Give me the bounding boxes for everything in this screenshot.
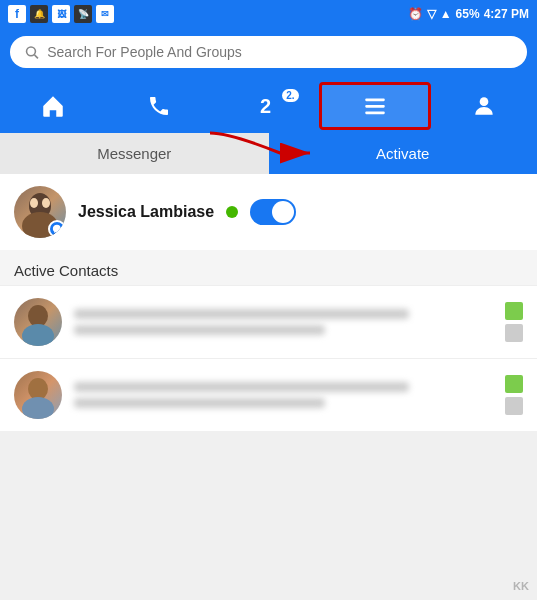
blurred-avatar-1 [14, 298, 62, 346]
svg-point-0 [27, 47, 36, 56]
blurred-avatar-2 [14, 371, 62, 419]
nav-item-calls[interactable] [106, 86, 212, 126]
search-input[interactable] [47, 44, 513, 60]
main-contact-row: Jessica Lambiase [0, 174, 537, 250]
search-wrapper[interactable] [10, 36, 527, 68]
facebook-icon: f [8, 5, 26, 23]
gray-status-2 [505, 397, 523, 415]
phone-icon [147, 94, 171, 118]
contact-name: Jessica Lambiase [78, 203, 214, 221]
status-bar: f 🔔 🖼 📡 ✉ ⏰ ▽ ▲ 65% 4:27 PM [0, 0, 537, 28]
list-icon [362, 93, 388, 119]
nav-item-profile[interactable] [431, 85, 537, 127]
time-display: 4:27 PM [484, 7, 529, 21]
toggle-knob [272, 201, 294, 223]
messenger-badge [48, 220, 66, 238]
contact-avatar [14, 186, 66, 238]
battery-level: 65% [456, 7, 480, 21]
notification-icon: 🔔 [30, 5, 48, 23]
nav-item-groups[interactable]: 2 2. [212, 87, 318, 126]
gray-status-1 [505, 324, 523, 342]
groups-icon: 2 [260, 95, 271, 118]
svg-point-14 [22, 397, 54, 419]
groups-badge: 2. [282, 89, 298, 102]
blurred-info-1 [74, 309, 493, 335]
blurred-avatar-img-2 [14, 371, 62, 419]
nav-item-home[interactable] [0, 85, 106, 127]
search-icon [24, 44, 39, 60]
email-icon: ✉ [96, 5, 114, 23]
svg-point-5 [480, 97, 489, 106]
signal-icon: ▲ [440, 7, 452, 21]
home-icon [40, 93, 66, 119]
contact-toggle[interactable] [250, 199, 296, 225]
green-status-2 [505, 375, 523, 393]
profile-icon [471, 93, 497, 119]
blurred-right-1 [505, 302, 523, 342]
svg-point-11 [28, 305, 48, 327]
svg-point-10 [42, 198, 50, 208]
svg-point-12 [22, 324, 54, 346]
status-right: ⏰ ▽ ▲ 65% 4:27 PM [408, 7, 529, 21]
watermark: KK [513, 580, 529, 592]
blurred-info-2 [74, 382, 493, 408]
svg-line-1 [34, 55, 37, 58]
svg-point-9 [30, 198, 38, 208]
blurred-contact-1 [0, 285, 537, 358]
status-icons: f 🔔 🖼 📡 ✉ [8, 5, 114, 23]
red-arrow-icon [200, 123, 340, 173]
svg-point-13 [28, 378, 48, 400]
blurred-contact-2 [0, 358, 537, 431]
blurred-right-2 [505, 375, 523, 415]
svg-rect-3 [365, 105, 385, 108]
rss-icon: 📡 [74, 5, 92, 23]
online-indicator [226, 206, 238, 218]
messenger-icon [52, 224, 62, 234]
green-status-1 [505, 302, 523, 320]
wifi-icon: ▽ [427, 7, 436, 21]
image-icon: 🖼 [52, 5, 70, 23]
blurred-sub-2 [74, 398, 325, 408]
svg-rect-2 [365, 98, 385, 101]
blurred-name-1 [74, 309, 409, 319]
search-bar [0, 28, 537, 76]
clock-icon: ⏰ [408, 7, 423, 21]
svg-rect-4 [365, 111, 385, 114]
section-header-active-contacts: Active Contacts [0, 250, 537, 285]
blurred-sub-1 [74, 325, 325, 335]
section-title: Active Contacts [14, 262, 118, 279]
blurred-name-2 [74, 382, 409, 392]
blurred-avatar-img-1 [14, 298, 62, 346]
